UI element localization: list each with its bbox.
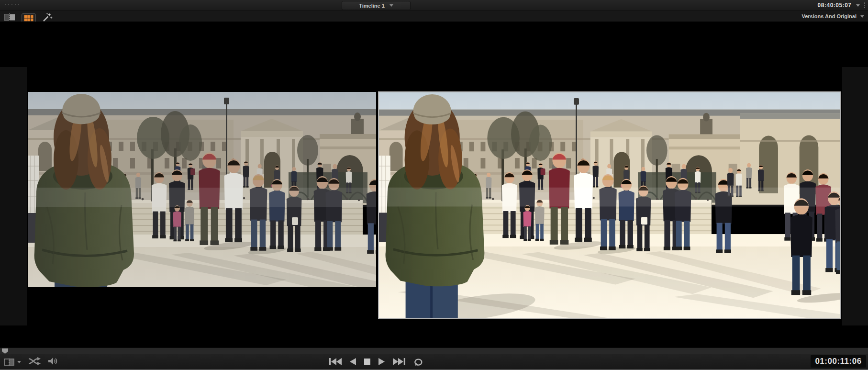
grid-view-icon — [24, 15, 33, 22]
wipe-mode-selector[interactable] — [4, 358, 21, 366]
title-bar: Timeline 1 08:40:05:07 — [0, 0, 868, 11]
transport-bar: 01:00:11:06 — [0, 354, 868, 369]
timeline-timecode-box: 01:00:11:06 — [811, 355, 866, 368]
wipe-mode-icon — [4, 358, 14, 366]
chevron-down-icon — [17, 361, 21, 363]
scrub-bar[interactable] — [0, 348, 868, 354]
chevron-down-icon — [860, 15, 864, 18]
viewer-right-margin — [842, 67, 868, 325]
original-frame-content — [379, 92, 840, 318]
compare-mode-label: Versions And Original — [801, 13, 857, 19]
kebab-menu-icon[interactable] — [864, 2, 866, 8]
viewer-toolbar: Versions And Original — [0, 11, 868, 22]
original-panel-selected[interactable] — [378, 91, 841, 319]
viewer-timecode: 08:40:05:07 — [818, 2, 852, 9]
video-viewer-window: Timeline 1 08:40:05:07 — [0, 0, 868, 370]
play-forward-button[interactable] — [378, 358, 385, 365]
chevron-down-icon[interactable] — [856, 4, 860, 7]
playhead-marker-icon[interactable] — [2, 348, 8, 354]
viewer-canvas — [0, 22, 868, 348]
speaker-icon[interactable] — [48, 357, 58, 367]
version-panel[interactable] — [28, 92, 376, 287]
stop-button[interactable] — [364, 359, 370, 365]
version-frame-content — [28, 92, 376, 287]
timeline-selector-label: Timeline 1 — [359, 3, 385, 9]
shuffle-icon[interactable] — [28, 357, 41, 367]
compare-mode-selector[interactable]: Versions And Original — [801, 11, 864, 22]
timeline-selector[interactable]: Timeline 1 — [342, 1, 411, 10]
chevron-down-icon — [389, 4, 393, 7]
skip-to-end-button[interactable] — [393, 358, 405, 365]
timeline-timecode: 01:00:11:06 — [815, 357, 861, 366]
play-reverse-button[interactable] — [350, 358, 356, 365]
viewer-left-margin — [0, 67, 27, 325]
skip-to-start-button[interactable] — [329, 358, 342, 365]
loop-button[interactable] — [413, 358, 424, 366]
drag-handle-dots-icon[interactable] — [5, 4, 19, 5]
